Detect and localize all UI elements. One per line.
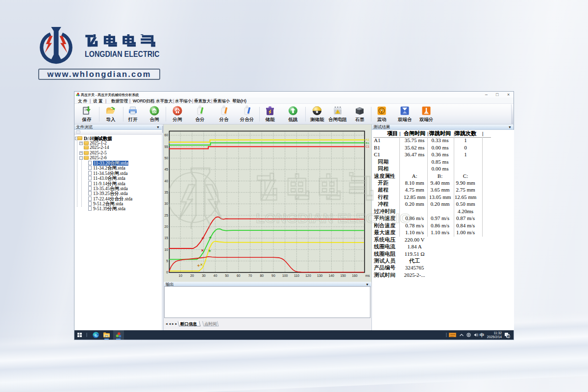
svg-text:5: 5 <box>166 259 168 263</box>
svg-text:60: 60 <box>164 133 168 137</box>
svg-text:15: 15 <box>164 236 168 240</box>
svg-text:80: 80 <box>260 274 264 277</box>
svg-text:160: 160 <box>352 274 358 277</box>
svg-text:2: 2 <box>508 335 509 338</box>
svg-text:50: 50 <box>164 156 168 160</box>
svg-text:140: 140 <box>329 274 335 277</box>
svg-text:20: 20 <box>190 274 194 277</box>
svg-text:45: 45 <box>164 168 168 171</box>
svg-text:60: 60 <box>237 274 241 277</box>
svg-text:C1: C1 <box>366 145 369 148</box>
svg-text:55: 55 <box>164 145 168 148</box>
svg-text:90: 90 <box>271 274 275 277</box>
svg-text:ms: ms <box>365 274 370 277</box>
svg-text:20: 20 <box>164 225 168 228</box>
svg-text:10: 10 <box>179 274 183 277</box>
svg-text:40: 40 <box>214 274 218 277</box>
svg-text:!: ! <box>337 111 338 114</box>
svg-text:70: 70 <box>248 274 252 277</box>
svg-text:30: 30 <box>202 274 206 277</box>
svg-text:130: 130 <box>317 274 323 277</box>
svg-text:35: 35 <box>164 191 168 194</box>
svg-text:10: 10 <box>164 248 168 251</box>
svg-text:A1: A1 <box>366 138 369 141</box>
svg-text:40: 40 <box>164 179 168 183</box>
svg-text:150: 150 <box>340 274 346 277</box>
svg-text:100: 100 <box>282 274 288 277</box>
svg-text:0: 0 <box>166 270 168 274</box>
svg-text:120: 120 <box>305 274 311 277</box>
svg-text:B1: B1 <box>366 141 369 145</box>
svg-text:30: 30 <box>164 202 168 205</box>
svg-text:110: 110 <box>294 274 299 277</box>
svg-text:25: 25 <box>164 214 168 217</box>
svg-text:50: 50 <box>225 274 229 277</box>
